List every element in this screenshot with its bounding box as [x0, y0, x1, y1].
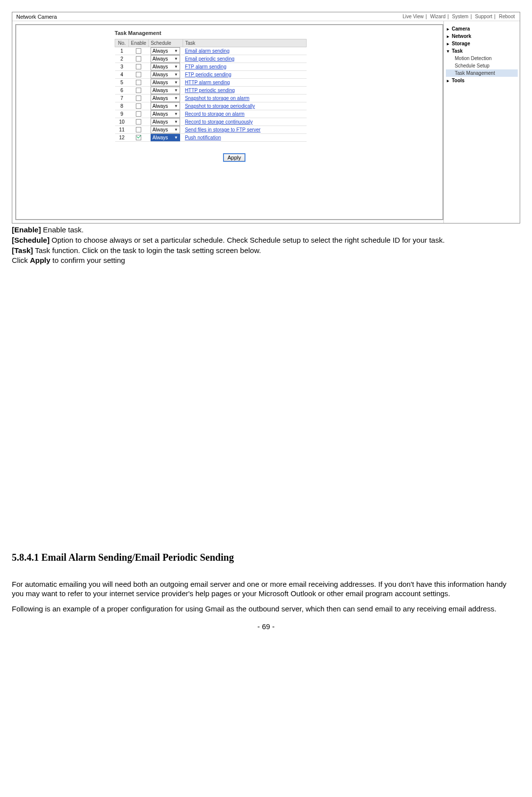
- sidebar-item-network[interactable]: ▸Network: [446, 32, 518, 40]
- schedule-select[interactable]: Always▼: [151, 134, 180, 141]
- enable-checkbox[interactable]: [136, 111, 141, 117]
- term-schedule: [Schedule]: [12, 236, 50, 244]
- paragraph-task: [Task] Task function. Click on the task …: [12, 246, 520, 255]
- apply-button[interactable]: Apply: [223, 154, 245, 161]
- sidebar-item-task-management[interactable]: Task Management: [446, 69, 518, 77]
- chevron-down-icon: ▼: [174, 96, 178, 100]
- enable-checkbox[interactable]: [136, 127, 141, 132]
- enable-checkbox[interactable]: [136, 48, 141, 54]
- schedule-select[interactable]: Always▼: [151, 118, 180, 126]
- embedded-screenshot: Network Camera Live View| Wizard| System…: [12, 12, 520, 223]
- cell-no: 1: [115, 47, 129, 55]
- enable-checkbox[interactable]: [136, 119, 141, 125]
- task-link[interactable]: Snapshot to storage on alarm: [185, 96, 250, 101]
- enable-checkbox[interactable]: [136, 135, 141, 140]
- task-link[interactable]: FTP periodic sending: [185, 72, 231, 77]
- cell-schedule: Always▼: [149, 95, 183, 102]
- cell-task: Email alarm sending: [183, 47, 307, 55]
- schedule-select[interactable]: Always▼: [151, 79, 180, 86]
- sidebar-item-task[interactable]: ▾Task: [446, 47, 518, 55]
- table-row: 9Always▼Record to storage on alarm: [115, 110, 307, 118]
- schedule-select[interactable]: Always▼: [151, 102, 180, 110]
- task-link[interactable]: FTP alarm sending: [185, 64, 226, 69]
- enable-checkbox[interactable]: [136, 72, 141, 77]
- enable-checkbox[interactable]: [136, 64, 141, 69]
- cell-no: 2: [115, 55, 129, 63]
- enable-checkbox[interactable]: [136, 80, 141, 85]
- sidebar-item-motion-detection[interactable]: Motion Detection: [446, 55, 518, 62]
- cell-task: FTP periodic sending: [183, 71, 307, 79]
- chevron-right-icon: ▸: [447, 34, 449, 39]
- table-row: 1Always▼Email alarm sending: [115, 47, 307, 55]
- task-link[interactable]: Email alarm sending: [185, 48, 230, 54]
- schedule-select[interactable]: Always▼: [151, 110, 180, 118]
- schedule-select[interactable]: Always▼: [151, 87, 180, 94]
- task-link[interactable]: Send files in storage to FTP server: [185, 127, 261, 132]
- schedule-select[interactable]: Always▼: [151, 47, 180, 55]
- chevron-down-icon: ▼: [174, 88, 178, 93]
- enable-checkbox[interactable]: [136, 96, 141, 101]
- cell-enable: [129, 87, 149, 95]
- nav-wizard[interactable]: Wizard: [430, 14, 445, 19]
- cell-schedule: Always▼: [149, 87, 183, 95]
- task-link[interactable]: Snapshot to storage periodically: [185, 103, 255, 109]
- table-row: 8Always▼Snapshot to storage periodically: [115, 102, 307, 110]
- cell-schedule: Always▼: [149, 71, 183, 79]
- schedule-select[interactable]: Always▼: [151, 71, 180, 78]
- cell-task: Send files in storage to FTP server: [183, 126, 307, 134]
- cell-enable: [129, 55, 149, 63]
- task-link[interactable]: Record to storage on alarm: [185, 111, 245, 117]
- task-link[interactable]: HTTP periodic sending: [185, 88, 235, 93]
- cell-enable: [129, 63, 149, 71]
- cell-no: 6: [115, 87, 129, 95]
- nav-support[interactable]: Support: [475, 14, 492, 19]
- cell-task: HTTP periodic sending: [183, 87, 307, 95]
- sidebar-item-camera[interactable]: ▸Camera: [446, 25, 518, 32]
- cell-task: Record to storage on alarm: [183, 110, 307, 118]
- paragraph-enable: [Enable] Enable task.: [12, 225, 520, 235]
- cell-schedule: Always▼: [149, 134, 183, 142]
- cell-enable: [129, 79, 149, 87]
- sidebar-item-tools[interactable]: ▸Tools: [446, 77, 518, 84]
- cell-schedule: Always▼: [149, 118, 183, 126]
- sidebar-item-storage[interactable]: ▸Storage: [446, 40, 518, 47]
- task-link[interactable]: HTTP alarm sending: [185, 80, 230, 85]
- cell-enable: [129, 102, 149, 110]
- enable-checkbox[interactable]: [136, 56, 141, 62]
- table-row: 2Always▼Email periodic sending: [115, 55, 307, 63]
- cell-task: HTTP alarm sending: [183, 79, 307, 87]
- chevron-down-icon: ▼: [174, 120, 178, 124]
- paragraph-schedule: [Schedule] Option to choose always or se…: [12, 236, 520, 245]
- app-topbar: Network Camera Live View| Wizard| System…: [12, 12, 520, 21]
- task-link[interactable]: Email periodic sending: [185, 56, 235, 62]
- nav-live-view[interactable]: Live View: [403, 14, 424, 19]
- cell-schedule: Always▼: [149, 79, 183, 87]
- paragraph-apply: Click Apply to confirm your setting: [12, 256, 520, 265]
- table-row: 4Always▼FTP periodic sending: [115, 71, 307, 79]
- schedule-select[interactable]: Always▼: [151, 95, 180, 102]
- cell-no: 10: [115, 118, 129, 126]
- cell-no: 7: [115, 95, 129, 102]
- table-row: 6Always▼HTTP periodic sending: [115, 87, 307, 95]
- enable-checkbox[interactable]: [136, 88, 141, 93]
- task-link[interactable]: Push notification: [185, 135, 221, 140]
- sidebar-item-schedule-setup[interactable]: Schedule Setup: [446, 62, 518, 69]
- cell-task: Record to storage continuously: [183, 118, 307, 126]
- schedule-select[interactable]: Always▼: [151, 126, 180, 133]
- cell-task: FTP alarm sending: [183, 63, 307, 71]
- col-schedule: Schedule: [149, 39, 183, 47]
- cell-enable: [129, 95, 149, 102]
- enable-checkbox[interactable]: [136, 103, 141, 109]
- nav-reboot[interactable]: Reboot: [499, 14, 515, 19]
- chevron-down-icon: ▼: [174, 104, 178, 108]
- cell-enable: [129, 134, 149, 142]
- cell-enable: [129, 110, 149, 118]
- chevron-down-icon: ▼: [174, 128, 178, 132]
- nav-system[interactable]: System: [452, 14, 469, 19]
- schedule-select[interactable]: Always▼: [151, 63, 180, 70]
- cell-schedule: Always▼: [149, 55, 183, 63]
- chevron-down-icon: ▼: [174, 57, 178, 61]
- task-link[interactable]: Record to storage continuously: [185, 119, 253, 125]
- cell-schedule: Always▼: [149, 126, 183, 134]
- schedule-select[interactable]: Always▼: [151, 55, 180, 63]
